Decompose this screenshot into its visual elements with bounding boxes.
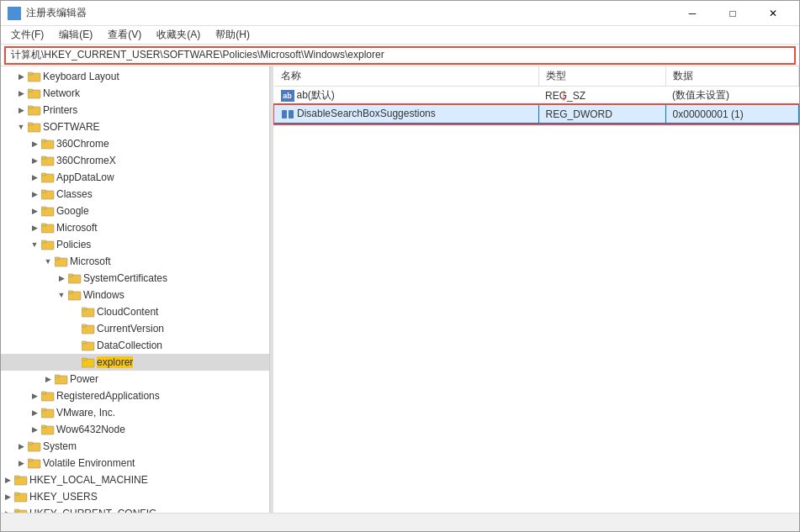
svg-rect-33 (82, 308, 87, 310)
tree-item-volatile[interactable]: ▶ Volatile Environment (1, 455, 269, 471)
folder-icon (41, 205, 55, 217)
tree-expander[interactable]: ▼ (55, 291, 68, 299)
menu-view[interactable]: 查看(V) (101, 26, 148, 44)
tree-item-hkcc[interactable]: ▶ HKEY_CURRENT_CONFIG (1, 505, 269, 513)
tree-item-wow6432[interactable]: ▶ Wow6432Node (1, 421, 269, 438)
svg-rect-11 (28, 123, 33, 125)
status-bar (1, 513, 799, 531)
folder-icon (14, 508, 28, 513)
folder-icon (28, 121, 41, 133)
tree-item-keyboard-layout[interactable]: ▶ Keyboard Layout (1, 68, 269, 85)
tree-item-policies-microsoft[interactable]: ▼ Microsoft (1, 253, 269, 270)
svg-rect-31 (68, 291, 73, 293)
detail-table: 名称 类型 数据 abab(默认)REG_SZ(数值未设置) DisableSe… (273, 66, 799, 124)
tree-item-vmware[interactable]: ▶ VMware, Inc. (1, 404, 269, 421)
tree-expander[interactable]: ▶ (41, 375, 55, 383)
tree-expander[interactable]: ▶ (28, 140, 41, 148)
tree-expander[interactable]: ▼ (41, 257, 55, 266)
tree-item-hku[interactable]: ▶ HKEY_USERS (1, 488, 269, 505)
tree-item-hklm[interactable]: ▶ HKEY_LOCAL_MACHINE (1, 471, 269, 488)
tree-expander[interactable]: ▶ (14, 106, 28, 114)
tree-expander[interactable]: ▶ (14, 442, 28, 450)
svg-rect-37 (82, 341, 87, 344)
tree-item-360chrome[interactable]: ▶ 360Chrome (1, 135, 269, 152)
tree-expander[interactable]: ▼ (28, 240, 41, 249)
menu-favorites[interactable]: 收藏夹(A) (150, 26, 207, 44)
dword-icon (281, 108, 294, 120)
folder-icon (82, 356, 95, 368)
tree-item-systemcerts[interactable]: ▶ SystemCertificates (1, 270, 269, 287)
svg-rect-9 (28, 106, 33, 108)
tree-expander[interactable]: ▶ (1, 492, 14, 501)
tree-item-network[interactable]: ▶ Network (1, 85, 269, 102)
tree-expander[interactable]: ▶ (55, 274, 68, 282)
tree-item-software[interactable]: ▼ SOFTWARE (1, 119, 269, 135)
tree-item-explorer[interactable]: explorer (1, 354, 269, 371)
tree-expander[interactable]: ▼ (14, 123, 28, 131)
tree-label: 360ChromeX (56, 155, 116, 166)
col-data: 数据 (665, 66, 798, 87)
tree-expander[interactable]: ▶ (28, 408, 41, 417)
main-content: ▶ Keyboard Layout▶ Network▶ Printers▼ SO… (1, 66, 799, 513)
tree-expander[interactable]: ▶ (14, 72, 28, 81)
tree-item-cloudcontent[interactable]: CloudContent (1, 303, 269, 320)
close-button[interactable]: ✕ (754, 1, 792, 26)
folder-icon (41, 155, 55, 166)
tree-item-regapps[interactable]: ▶ RegisteredApplications (1, 387, 269, 404)
cell-name-text: DisableSearchBoxSuggestions (297, 108, 436, 119)
svg-rect-2 (9, 14, 13, 18)
tree-item-windows[interactable]: ▼ Windows (1, 287, 269, 303)
svg-rect-25 (41, 240, 46, 243)
maximize-button[interactable]: □ (713, 1, 752, 26)
menu-help[interactable]: 帮助(H) (209, 26, 257, 44)
svg-rect-39 (82, 358, 87, 361)
folder-icon (68, 272, 82, 284)
address-input[interactable] (4, 46, 796, 65)
tree-item-system[interactable]: ▶ System (1, 438, 269, 455)
folder-icon (28, 71, 41, 82)
folder-icon (68, 289, 82, 301)
tree-expander[interactable]: ▶ (28, 190, 41, 198)
svg-rect-55 (14, 492, 19, 495)
tree-label: Power (70, 373, 98, 385)
tree-panel[interactable]: ▶ Keyboard Layout▶ Network▶ Printers▼ SO… (1, 66, 270, 513)
tree-label: Microsoft (56, 222, 98, 234)
tree-item-appdatalow[interactable]: ▶ AppDataLow (1, 169, 269, 186)
tree-expander[interactable]: ▶ (14, 459, 28, 467)
tree-item-power[interactable]: ▶ Power (1, 371, 269, 387)
tree-item-policies[interactable]: ▼ Policies (1, 236, 269, 253)
tree-expander[interactable]: ▶ (14, 89, 28, 97)
table-row[interactable]: abab(默认)REG_SZ(数值未设置) (274, 87, 799, 105)
tree-item-printers[interactable]: ▶ Printers (1, 102, 269, 119)
tree-expander[interactable]: ▶ (28, 224, 41, 232)
tree-item-google[interactable]: ▶ Google (1, 203, 269, 219)
minimize-button[interactable]: ─ (673, 1, 712, 26)
svg-rect-19 (41, 190, 46, 192)
tree-item-microsoft[interactable]: ▶ Microsoft (1, 219, 269, 236)
folder-icon (41, 222, 55, 234)
cell-type: REG_SZ (538, 87, 665, 105)
tree-item-classes[interactable]: ▶ Classes (1, 186, 269, 203)
folder-icon (55, 255, 68, 267)
folder-icon (41, 188, 55, 200)
tree-item-360chromex[interactable]: ▶ 360ChromeX (1, 152, 269, 169)
tree-expander[interactable]: ▶ (28, 207, 41, 215)
tree-item-datacollection[interactable]: DataCollection (1, 337, 269, 354)
tree-expander[interactable]: ▶ (28, 173, 41, 182)
svg-rect-41 (55, 375, 60, 377)
col-name: 名称 (274, 66, 539, 87)
table-row[interactable]: DisableSearchBoxSuggestionsREG_DWORD0x00… (274, 105, 799, 124)
tree-label: Windows (83, 289, 125, 301)
menu-file[interactable]: 文件(F) (4, 26, 50, 44)
tree-expander[interactable]: ▶ (28, 425, 41, 434)
folder-icon (28, 457, 41, 469)
svg-rect-57 (14, 509, 19, 512)
tree-item-currentversion[interactable]: CurrentVersion (1, 320, 269, 337)
svg-rect-43 (41, 392, 46, 394)
tree-expander[interactable]: ▶ (28, 392, 41, 400)
menu-edit[interactable]: 编辑(E) (52, 26, 99, 44)
title-controls: ─ □ ✕ (673, 1, 792, 26)
tree-label: HKEY_LOCAL_MACHINE (29, 474, 148, 486)
tree-expander[interactable]: ▶ (28, 156, 41, 165)
tree-expander[interactable]: ▶ (1, 476, 14, 484)
